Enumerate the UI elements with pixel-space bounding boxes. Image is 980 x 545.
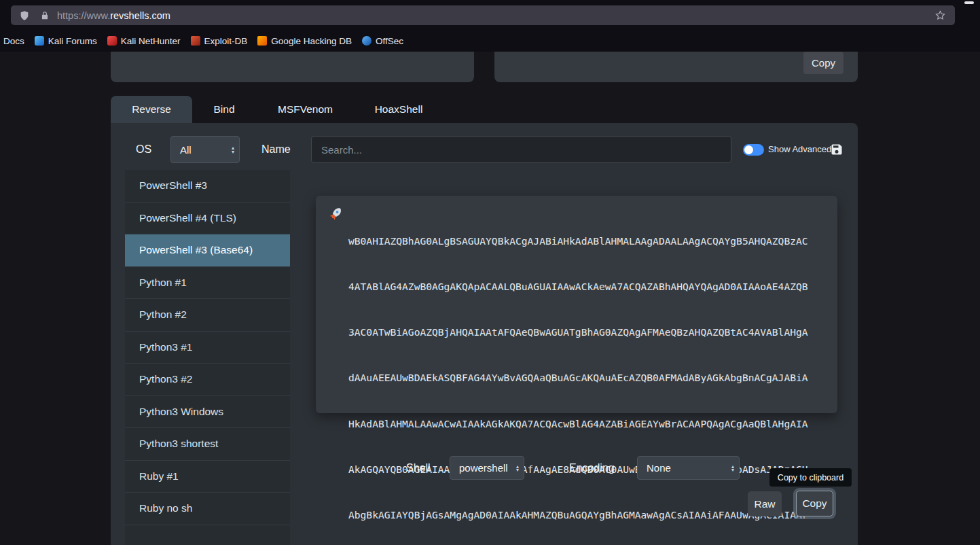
bookmark-label: Kali Forums	[48, 36, 97, 46]
window-control	[964, 1, 974, 4]
url-text: https://www.revshells.com	[57, 10, 170, 21]
list-item[interactable]: Python3 #2	[125, 364, 290, 396]
payload-code: wB0AHIAZQBhAG0ALgBSAGUAYQBkACgAJABiAHkAd…	[348, 203, 808, 545]
lock-icon[interactable]	[40, 11, 50, 20]
encoding-select[interactable]: None ▴▾	[637, 456, 740, 480]
exploit-db-icon	[191, 36, 200, 46]
header-card-left	[111, 52, 474, 82]
code-line: 4ATABlAG4AZwB0AGgAKQApACAALQBuAGUAIAAwAC…	[348, 279, 808, 294]
tab-reverse[interactable]: Reverse	[111, 96, 192, 123]
search-input[interactable]	[311, 136, 731, 163]
url-domain: revshells.com	[110, 10, 170, 21]
bookmark-docs[interactable]: Docs	[3, 36, 24, 46]
list-item[interactable]: Python3 Windows	[125, 396, 290, 429]
list-item[interactable]: Ruby no sh	[125, 493, 290, 525]
url-prefix: https://www.	[57, 10, 110, 21]
list-item[interactable]: Python3 shortest	[125, 428, 290, 461]
bookmark-kali-nethunter[interactable]: Kali NetHunter	[107, 36, 181, 46]
list-item-selected[interactable]: PowerShell #3 (Base64)	[125, 234, 290, 267]
os-label: OS	[136, 136, 151, 163]
bookmark-label: Docs	[3, 36, 24, 46]
bookmark-label: Exploit-DB	[204, 36, 248, 46]
kali-forums-icon	[35, 36, 44, 46]
code-line: wB0AHIAZQBhAG0ALgBSAGUAYQBkACgAJABiAHkAd…	[348, 234, 808, 249]
encoding-select-value: None	[647, 462, 671, 474]
list-item[interactable]: PowerShell #3	[125, 170, 290, 203]
bookmarks-bar: Docs Kali Forums Kali NetHunter Exploit-…	[0, 30, 980, 52]
save-icon[interactable]	[830, 143, 843, 156]
bookmark-kali-forums[interactable]: Kali Forums	[35, 36, 97, 46]
tab-hoaxshell[interactable]: HoaxShell	[355, 96, 443, 123]
list-item-partial[interactable]	[125, 525, 290, 545]
star-icon[interactable]	[934, 10, 946, 21]
copy-tooltip: Copy to clipboard	[769, 468, 852, 487]
list-item[interactable]: Python #1	[125, 267, 290, 300]
code-line: 3AC0ATwBiAGoAZQBjAHQAIAAtAFQAeQBwAGUATgB…	[348, 325, 808, 340]
payload-list: PowerShell #3 PowerShell #4 (TLS) PowerS…	[125, 170, 290, 545]
bookmark-google-hacking-db[interactable]: Google Hacking DB	[257, 36, 352, 46]
rocket-icon	[326, 203, 347, 224]
payload-code-block: wB0AHIAZQBhAG0ALgBSAGUAYQBkACgAJABiAHkAd…	[316, 196, 837, 413]
list-item[interactable]: Python #2	[125, 299, 290, 332]
bookmark-label: Google Hacking DB	[271, 36, 352, 46]
show-advanced-toggle[interactable]	[743, 144, 764, 156]
encoding-label: Encoding	[569, 456, 615, 480]
bookmark-exploit-db[interactable]: Exploit-DB	[191, 36, 248, 46]
list-item[interactable]: Python3 #1	[125, 332, 290, 364]
code-line: HkAdABlAHMALAAwACwAIAAkAGkAKQA7ACQAcwBlA…	[348, 417, 808, 432]
chevron-updown-icon: ▴▾	[731, 464, 734, 472]
show-advanced-label: Show Advanced	[768, 136, 831, 163]
bookmark-label: Kali NetHunter	[121, 36, 181, 46]
name-label: Name	[261, 136, 291, 163]
list-item[interactable]: Ruby #1	[125, 461, 290, 493]
raw-button[interactable]: Raw	[748, 491, 782, 516]
url-bar[interactable]: https://www.revshells.com	[11, 5, 955, 25]
offsec-icon	[362, 36, 371, 46]
code-line: dAAuAEEAUwBDAEkASQBFAG4AYwBvAGQAaQBuAGcA…	[348, 370, 808, 385]
bookmark-offsec[interactable]: OffSec	[362, 36, 403, 46]
shell-label: Shell	[406, 456, 431, 480]
toggle-knob	[744, 145, 753, 154]
listener-copy-button[interactable]: Copy	[803, 52, 843, 74]
browser-chrome: https://www.revshells.com	[0, 0, 980, 30]
os-select-value: All	[180, 144, 192, 156]
chevron-updown-icon: ▴▾	[232, 146, 234, 154]
tab-bind[interactable]: Bind	[192, 96, 256, 123]
kali-nethunter-icon	[107, 36, 117, 46]
header-card-right: Copy	[494, 52, 858, 82]
list-item[interactable]: PowerShell #4 (TLS)	[125, 203, 290, 235]
bookmark-label: OffSec	[376, 36, 403, 46]
shell-select[interactable]: powershell ▴▾	[450, 456, 524, 480]
google-hacking-db-icon	[257, 36, 267, 46]
copy-button[interactable]: Copy	[796, 491, 833, 516]
shell-select-value: powershell	[459, 462, 508, 474]
os-select[interactable]: All ▴▾	[170, 136, 240, 163]
tab-msfvenom[interactable]: MSFVenom	[256, 96, 355, 123]
shield-icon[interactable]	[19, 10, 30, 21]
screen: https://www.revshells.com Docs Kali Foru…	[0, 0, 980, 545]
code-line: AbgBkAGIAYQBjAGsAMgAgAD0AIAAkAHMAZQBuAGQ…	[348, 508, 808, 523]
chevron-updown-icon: ▴▾	[516, 464, 519, 472]
